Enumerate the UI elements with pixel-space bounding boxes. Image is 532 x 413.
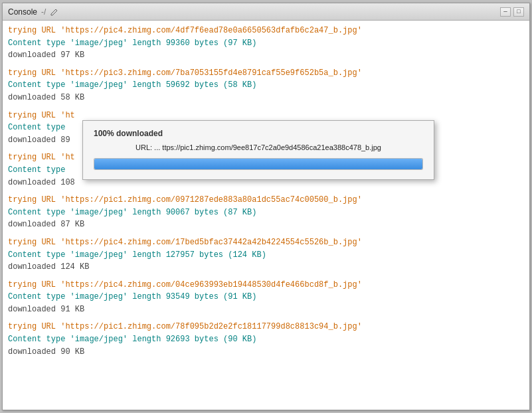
console-line: Content type 'image/jpeg' length 99360 b…	[8, 37, 524, 50]
console-line: Content type 'image/jpeg' length 93549 b…	[8, 291, 524, 303]
progress-dialog: 100% downloaded URL: ... ttps://pic1.zhi…	[82, 120, 434, 180]
console-line: trying URL 'https://pic3.zhimg.com/7ba70…	[8, 67, 524, 80]
edit-icon	[50, 7, 59, 17]
maximize-button[interactable]: □	[513, 7, 524, 17]
progress-bar-fill	[94, 159, 422, 169]
console-line: trying URL 'https://pic1.zhimg.com/09712…	[8, 194, 524, 206]
console-line: Content type 'image/jpeg' length 59692 b…	[8, 79, 524, 92]
title-bar: Console -/ — □	[3, 3, 529, 21]
progress-bar-container	[94, 158, 423, 170]
console-line: trying URL 'https://pic4.zhimg.com/17bed…	[8, 236, 524, 249]
dialog-url: URL: ... ttps://pic1.zhimg.com/9ee817c7c…	[94, 143, 423, 151]
console-line: downloaded 124 KB	[8, 261, 524, 274]
console-line: trying URL 'https://pic1.zhimg.com/78f09…	[8, 321, 524, 333]
console-window: Console -/ — □ trying URL 'https://pic4.…	[2, 3, 530, 410]
console-line: downloaded 91 KB	[8, 303, 524, 316]
console-line: Content type 'image/jpeg' length 127957 …	[8, 249, 524, 262]
window-title: Console	[8, 7, 37, 17]
console-line: Content type 'image/jpeg' length 92693 b…	[8, 333, 524, 346]
minimize-button[interactable]: —	[500, 7, 511, 17]
console-line: trying URL 'https://pic4.zhimg.com/4df7f…	[8, 25, 524, 37]
console-line: downloaded 58 KB	[8, 92, 524, 104]
console-line: trying URL 'https://pic4.zhimg.com/04ce9…	[8, 279, 524, 291]
title-bar-controls[interactable]: — □	[500, 7, 524, 17]
console-line: downloaded 90 KB	[8, 346, 524, 359]
console-line: Content type 'image/jpeg' length 90067 b…	[8, 206, 524, 219]
console-lines: trying URL 'https://pic4.zhimg.com/4df7f…	[8, 25, 524, 358]
console-line: downloaded 97 KB	[8, 49, 524, 62]
title-bar-left: Console -/	[8, 7, 59, 17]
dialog-title: 100% downloaded	[94, 129, 423, 138]
separator: -/	[41, 7, 46, 17]
console-output[interactable]: trying URL 'https://pic4.zhimg.com/4df7f…	[3, 21, 529, 410]
console-line: downloaded 87 KB	[8, 218, 524, 231]
